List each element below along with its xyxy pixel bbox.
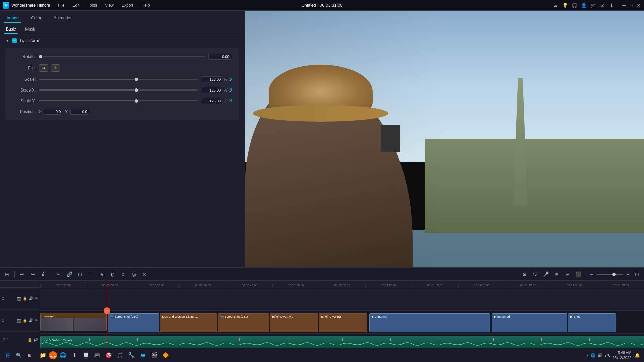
track-1-eye-icon[interactable]: 👁: [34, 318, 38, 323]
start-button[interactable]: ⊞: [3, 350, 13, 361]
cut-icon[interactable]: ✂: [54, 270, 63, 279]
effects-timeline-icon[interactable]: ★: [97, 270, 106, 279]
mic-icon[interactable]: 🎤: [542, 270, 550, 279]
clip-eiffel-tower-ba[interactable]: Eiffel Tower Ba...: [319, 313, 367, 332]
stabilize-icon[interactable]: ◎: [129, 270, 138, 279]
clip-unnamed-1[interactable]: unnamed: [40, 313, 107, 331]
track-2-camera-icon[interactable]: 📷: [17, 296, 22, 301]
track-1-volume-icon[interactable]: 🔊: [29, 318, 33, 323]
track-2-volume-icon[interactable]: 🔊: [29, 296, 33, 301]
position-y-input[interactable]: [70, 109, 89, 115]
scale-x-thumb[interactable]: [135, 88, 138, 92]
transform-checkbox[interactable]: ✓: [12, 38, 17, 43]
taskbar-filmora-icon[interactable]: W: [138, 350, 148, 361]
shield-timeline-icon[interactable]: 🛡: [531, 270, 540, 279]
flip-vertical-button[interactable]: ⇕: [51, 64, 60, 72]
taskbar-app2-icon[interactable]: 🎮: [92, 350, 103, 361]
link-icon[interactable]: 🔗: [65, 270, 74, 279]
clip-unnamed-3[interactable]: ▶ unnamed: [492, 313, 567, 332]
clip-shot[interactable]: ▶ Shot...: [568, 313, 616, 332]
taskbar-vlc-icon[interactable]: 🔶: [160, 350, 171, 361]
menu-export[interactable]: Export: [120, 2, 135, 8]
menu-file[interactable]: File: [57, 2, 66, 8]
rotate-slider[interactable]: [39, 56, 205, 57]
scale-x-slider[interactable]: [39, 89, 198, 91]
tab-animation[interactable]: Animation: [51, 13, 75, 23]
track-2-lock-icon[interactable]: 🔒: [23, 296, 28, 301]
scale-y-slider[interactable]: [39, 100, 198, 102]
taskbar-app6-icon[interactable]: 🎬: [149, 350, 160, 361]
track-1-camera-icon[interactable]: 📷: [17, 318, 22, 323]
scale-input[interactable]: [202, 76, 222, 82]
color-timeline-icon[interactable]: ◐: [108, 270, 117, 279]
clip-screenshot-231[interactable]: 📷 Screenshot (231): [218, 313, 269, 332]
email-icon[interactable]: ✉: [600, 3, 605, 8]
notification-icon[interactable]: 🔔: [633, 351, 641, 359]
clip-eiffel-tower-p[interactable]: Eiffel Tower, P...: [270, 313, 318, 332]
scale-thumb[interactable]: [135, 78, 138, 81]
headset-icon[interactable]: 🎧: [572, 3, 577, 8]
media-library-icon[interactable]: ⊞: [3, 270, 11, 279]
clip-man-woman-sitting[interactable]: Man and Woman Sitting ...: [160, 313, 217, 332]
scale-x-reset-icon[interactable]: ↺: [228, 87, 232, 93]
rotate-thumb[interactable]: [39, 55, 42, 58]
download-icon[interactable]: ⬇: [609, 3, 614, 8]
taskbar-firefox-icon[interactable]: 🦊: [49, 351, 57, 359]
zoom-slider[interactable]: [596, 274, 623, 275]
crop-timeline-icon[interactable]: ⊡: [76, 270, 85, 279]
fit-timeline-icon[interactable]: ⊡: [633, 270, 641, 279]
taskbar-app5-icon[interactable]: 🔧: [126, 350, 137, 361]
scale-slider[interactable]: [39, 79, 198, 80]
settings-timeline-icon[interactable]: ⚙: [520, 270, 529, 279]
bulb-icon[interactable]: 💡: [562, 3, 568, 8]
clip-screenshot-230[interactable]: 📷 Screenshot (230): [108, 313, 159, 332]
taskbar-app1-icon[interactable]: 🖼: [80, 350, 91, 361]
flip-horizontal-button[interactable]: ⇔: [39, 64, 48, 72]
undo-timeline-icon[interactable]: ↩: [18, 270, 26, 279]
position-x-input[interactable]: [44, 109, 62, 115]
cloud-icon[interactable]: ☁: [553, 3, 558, 8]
sub-tab-basic[interactable]: Basic: [4, 25, 18, 34]
account-icon[interactable]: 👤: [581, 3, 586, 8]
scale-x-input[interactable]: [202, 87, 222, 93]
collapse-arrow[interactable]: ▼: [5, 38, 9, 43]
audio-track-volume-icon[interactable]: 🔊: [33, 338, 38, 342]
tray-app1[interactable]: △: [585, 353, 588, 358]
minimize-button[interactable]: ─: [621, 3, 627, 8]
audio-eq-icon[interactable]: ≡: [552, 270, 561, 279]
tab-color[interactable]: Color: [28, 13, 44, 23]
taskbar-chrome-icon[interactable]: 🌐: [58, 350, 68, 361]
text-timeline-icon[interactable]: T: [87, 270, 95, 279]
audio-track-lock-icon[interactable]: 🔒: [28, 338, 32, 342]
taskbar-app3-icon[interactable]: 🎯: [103, 350, 114, 361]
scale-y-reset-icon[interactable]: ↺: [228, 98, 232, 104]
zoom-in-icon[interactable]: +: [625, 271, 631, 278]
layout-icon[interactable]: ⊟: [563, 270, 572, 279]
tab-image[interactable]: Image: [4, 13, 21, 23]
tray-volume[interactable]: 🔊: [597, 353, 602, 358]
taskbar-download-icon[interactable]: ⬇: [69, 350, 80, 361]
tray-network[interactable]: 🌐: [590, 353, 595, 358]
close-button[interactable]: ✕: [636, 3, 641, 8]
speed-icon[interactable]: ⊘: [140, 270, 149, 279]
record-icon[interactable]: ⬛: [574, 270, 583, 279]
audio-timeline-icon[interactable]: ♫: [119, 270, 127, 279]
redo-timeline-icon[interactable]: ↪: [29, 270, 37, 279]
scale-y-thumb[interactable]: [135, 99, 138, 103]
menu-help[interactable]: Help: [140, 2, 151, 8]
search-button[interactable]: 🔍: [13, 350, 24, 361]
clip-unnamed-2[interactable]: ▶ unnamed: [369, 313, 490, 332]
taskbar-explorer-icon[interactable]: 📁: [38, 350, 48, 361]
purchase-icon[interactable]: 🛒: [590, 3, 596, 8]
rotate-input[interactable]: [208, 54, 232, 60]
track-1-lock-icon[interactable]: 🔒: [23, 318, 28, 323]
maximize-button[interactable]: □: [629, 3, 634, 8]
sub-tab-mask[interactable]: Mask: [23, 25, 37, 34]
delete-timeline-icon[interactable]: 🗑: [39, 270, 48, 279]
track-2-eye-icon[interactable]: 👁: [34, 296, 38, 301]
task-view-button[interactable]: ⊞: [24, 350, 35, 361]
scale-y-input[interactable]: [202, 98, 222, 104]
menu-tools[interactable]: Tools: [86, 2, 98, 8]
audio-clip-agroup[interactable]: 🎵 A-GROUP - Vo...ve: [40, 336, 644, 348]
zoom-out-icon[interactable]: −: [589, 271, 594, 278]
